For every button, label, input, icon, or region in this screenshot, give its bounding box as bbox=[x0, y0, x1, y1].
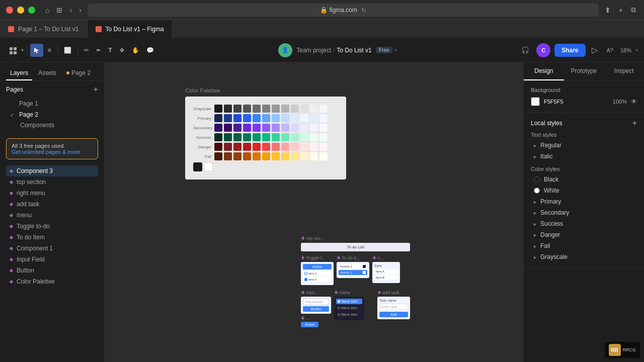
swatch[interactable] bbox=[281, 105, 289, 113]
extensions-btn[interactable]: ⧉ bbox=[629, 5, 638, 15]
swatch[interactable] bbox=[262, 124, 270, 132]
swatch[interactable] bbox=[291, 143, 299, 151]
swatch[interactable] bbox=[291, 152, 299, 160]
layer-todo-item[interactable]: ❖ To do Item bbox=[6, 232, 98, 243]
swatch[interactable] bbox=[224, 114, 232, 122]
swatch[interactable] bbox=[233, 114, 242, 122]
nav-forward[interactable]: › bbox=[77, 5, 84, 15]
swatch[interactable] bbox=[233, 124, 242, 132]
swatch[interactable] bbox=[272, 124, 280, 132]
swatch[interactable] bbox=[291, 133, 299, 141]
tab-design[interactable]: Design bbox=[524, 62, 564, 80]
swatch[interactable] bbox=[272, 114, 280, 122]
swatch[interactable] bbox=[243, 152, 251, 160]
swatch[interactable] bbox=[281, 124, 289, 132]
maximize-btn[interactable] bbox=[28, 7, 35, 14]
swatch[interactable] bbox=[214, 133, 222, 141]
swatch[interactable] bbox=[319, 105, 328, 113]
swatch[interactable] bbox=[272, 105, 280, 113]
layer-top-section[interactable]: ❖ top section bbox=[6, 176, 98, 188]
frame-tool[interactable]: ⬜ bbox=[61, 44, 74, 57]
bg-hex-value[interactable]: F5F5F5 bbox=[544, 99, 609, 105]
swatch[interactable] bbox=[310, 152, 318, 160]
swatch[interactable] bbox=[262, 133, 270, 141]
swatch[interactable] bbox=[291, 105, 299, 113]
layer-add-task[interactable]: ❖ add task bbox=[6, 199, 98, 210]
zoom-chevron[interactable]: ▾ bbox=[635, 47, 638, 53]
swatch[interactable] bbox=[272, 143, 280, 151]
swatch[interactable] bbox=[272, 133, 280, 141]
swatch[interactable] bbox=[319, 124, 328, 132]
swatch[interactable] bbox=[262, 143, 270, 151]
style-primary[interactable]: ▸ Primary bbox=[531, 196, 637, 207]
swatch[interactable] bbox=[214, 105, 222, 113]
white-swatch[interactable] bbox=[204, 162, 213, 171]
layer-menu[interactable]: ❖ menu bbox=[6, 210, 98, 221]
swatch[interactable] bbox=[224, 133, 232, 141]
style-secondary[interactable]: ▸ Secondary bbox=[531, 207, 637, 218]
swatch[interactable] bbox=[233, 133, 242, 141]
swatch[interactable] bbox=[310, 114, 318, 122]
close-btn[interactable] bbox=[6, 7, 13, 14]
swatch[interactable] bbox=[214, 152, 222, 160]
swatch[interactable] bbox=[253, 133, 261, 141]
swatch[interactable] bbox=[319, 133, 328, 141]
scale-tool[interactable]: ⊕ bbox=[44, 44, 54, 56]
tab-prototype[interactable]: Prototype bbox=[564, 62, 604, 80]
swatch[interactable] bbox=[243, 124, 251, 132]
swatch[interactable] bbox=[310, 124, 318, 132]
layer-component1[interactable]: ❖ Component 1 bbox=[6, 243, 98, 254]
swatch[interactable] bbox=[281, 133, 289, 141]
canvas[interactable]: Color Palettee Grayscale bbox=[105, 62, 523, 362]
swatch[interactable] bbox=[233, 152, 242, 160]
address-bar[interactable]: 🔒 figma.com ↻ bbox=[88, 4, 599, 17]
layer-right-menu[interactable]: ❖ right menu bbox=[6, 188, 98, 199]
layer-color-palette[interactable]: ❖ Color Palettee bbox=[6, 276, 98, 287]
swatch[interactable] bbox=[319, 143, 328, 151]
pencil-tool[interactable]: ✒ bbox=[93, 44, 104, 57]
swatch[interactable] bbox=[214, 143, 222, 151]
swatch[interactable] bbox=[300, 152, 308, 160]
layer-button[interactable]: ❖ Button bbox=[6, 265, 98, 276]
swatch[interactable] bbox=[253, 143, 261, 151]
swatch[interactable] bbox=[233, 105, 242, 113]
page2-tab[interactable]: Page 2 bbox=[62, 66, 95, 80]
tab-2[interactable]: To Do List v1 – Figma bbox=[88, 20, 173, 38]
style-danger[interactable]: ▸ Danger bbox=[531, 229, 637, 240]
swatch[interactable] bbox=[300, 105, 308, 113]
select-tool[interactable] bbox=[30, 44, 43, 57]
swatch[interactable] bbox=[310, 143, 318, 151]
black-swatch[interactable] bbox=[193, 162, 202, 171]
swatch[interactable] bbox=[272, 152, 280, 160]
style-italic[interactable]: ▸ Italic bbox=[531, 151, 637, 162]
bg-color-swatch[interactable] bbox=[531, 97, 540, 106]
swatch[interactable] bbox=[243, 114, 251, 122]
nav-home[interactable]: ⌂ bbox=[43, 5, 51, 15]
style-regular[interactable]: ▸ Regular bbox=[531, 140, 637, 151]
layer-input-field[interactable]: ❖ Input Field bbox=[6, 254, 98, 265]
add-page-btn[interactable]: + bbox=[94, 85, 98, 94]
tab-1[interactable]: Page 1 – To Do List v1 bbox=[0, 20, 88, 38]
comment-tool[interactable]: 💬 bbox=[143, 44, 157, 57]
assets-tab[interactable]: Assets bbox=[34, 66, 60, 80]
headphone-btn[interactable]: 🎧 bbox=[518, 43, 532, 57]
swatch[interactable] bbox=[224, 124, 232, 132]
swatch[interactable] bbox=[224, 143, 232, 151]
style-white[interactable]: White bbox=[531, 185, 637, 196]
swatch[interactable] bbox=[253, 114, 261, 122]
swatch[interactable] bbox=[291, 124, 299, 132]
minimize-btn[interactable] bbox=[17, 7, 24, 14]
text-styles-header[interactable]: Text styles bbox=[531, 132, 637, 138]
share-button[interactable]: Share bbox=[554, 44, 585, 57]
swatch[interactable] bbox=[310, 133, 318, 141]
swatch[interactable] bbox=[281, 114, 289, 122]
menu-chevron[interactable]: ▾ bbox=[21, 47, 24, 53]
layers-tab[interactable]: Layers bbox=[6, 66, 32, 80]
swatch[interactable] bbox=[310, 105, 318, 113]
visibility-icon[interactable]: 👁 bbox=[631, 98, 637, 105]
layer-component3[interactable]: ❖ Component 3 bbox=[6, 165, 98, 176]
swatch[interactable] bbox=[300, 143, 308, 151]
swatch[interactable] bbox=[319, 152, 328, 160]
swatch[interactable] bbox=[243, 143, 251, 151]
swatch[interactable] bbox=[262, 114, 270, 122]
